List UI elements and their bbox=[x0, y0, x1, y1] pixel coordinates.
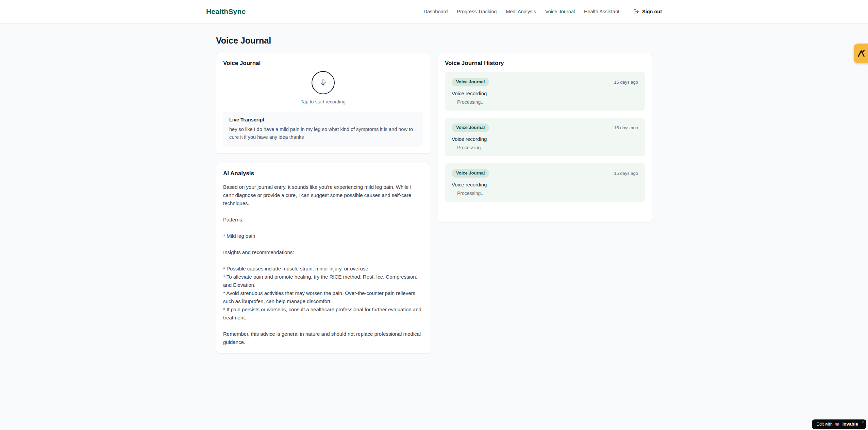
entry-status: Processing... bbox=[452, 99, 638, 105]
nav-item-health-assistant[interactable]: Health Assistant bbox=[584, 9, 619, 14]
entry-title: Voice recording bbox=[452, 136, 638, 142]
entry-title: Voice recording bbox=[452, 90, 638, 96]
entry-type-badge: Voice Journal bbox=[452, 78, 489, 86]
microphone-icon bbox=[319, 79, 327, 86]
close-icon[interactable]: × bbox=[862, 420, 864, 424]
side-launcher-button[interactable] bbox=[854, 44, 868, 63]
entry-title: Voice recording bbox=[452, 182, 638, 187]
nav-item-voice-journal[interactable]: Voice Journal bbox=[545, 9, 575, 14]
nav-item-meal-analysis[interactable]: Meal Analysis bbox=[506, 9, 536, 14]
lovable-brand-label: lovable bbox=[842, 421, 858, 427]
history-list: Voice Journal 15 days ago Voice recordin… bbox=[445, 72, 645, 202]
sign-out-button[interactable]: Sign out bbox=[633, 9, 662, 15]
nav-item-progress-tracking[interactable]: Progress Tracking bbox=[457, 9, 497, 14]
ai-analysis-title: AI Analysis bbox=[223, 170, 423, 177]
ai-analysis-card: AI Analysis Based on your journal entry,… bbox=[216, 163, 430, 353]
live-transcript-box: Live Transcript hey so like I do have a … bbox=[223, 112, 423, 147]
live-transcript-text: hey so like I do have a mild pain in my … bbox=[229, 126, 417, 141]
history-entry[interactable]: Voice Journal 15 days ago Voice recordin… bbox=[445, 72, 645, 111]
logout-icon bbox=[633, 9, 639, 15]
app-logo: HealthSync bbox=[206, 7, 246, 16]
page-content: Voice Journal Voice Journal bbox=[216, 23, 652, 353]
voice-recorder-card: Voice Journal Tap to start recording bbox=[216, 53, 430, 154]
entry-status: Processing... bbox=[452, 191, 638, 196]
main-nav: Dashboard Progress Tracking Meal Analysi… bbox=[424, 9, 662, 15]
entry-type-badge: Voice Journal bbox=[452, 123, 489, 132]
entry-status: Processing... bbox=[452, 145, 638, 150]
page-title: Voice Journal bbox=[216, 36, 652, 46]
lovable-mark-icon bbox=[857, 49, 868, 58]
edit-with-label: Edit with bbox=[817, 422, 833, 427]
history-card-title: Voice Journal History bbox=[445, 60, 645, 67]
nav-item-dashboard[interactable]: Dashboard bbox=[424, 9, 448, 14]
history-entry[interactable]: Voice Journal 15 days ago Voice recordin… bbox=[445, 163, 645, 202]
history-entry[interactable]: Voice Journal 15 days ago Voice recordin… bbox=[445, 118, 645, 156]
voice-journal-history-card: Voice Journal History Voice Journal 15 d… bbox=[438, 53, 652, 223]
recorder-card-title: Voice Journal bbox=[223, 60, 423, 67]
entry-timestamp: 15 days ago bbox=[614, 171, 638, 176]
entry-timestamp: 15 days ago bbox=[614, 125, 638, 130]
live-transcript-title: Live Transcript bbox=[229, 117, 417, 122]
entry-type-badge: Voice Journal bbox=[452, 169, 489, 178]
ai-analysis-text: Based on your journal entry, it sounds l… bbox=[223, 183, 423, 346]
tap-to-record-hint: Tap to start recording bbox=[301, 99, 346, 104]
entry-timestamp: 15 days ago bbox=[614, 80, 638, 85]
record-button[interactable] bbox=[312, 71, 335, 94]
edit-with-lovable-badge[interactable]: Edit with lovable × bbox=[812, 419, 866, 429]
sign-out-label: Sign out bbox=[642, 9, 662, 14]
top-navbar: HealthSync Dashboard Progress Tracking M… bbox=[0, 0, 868, 23]
gradient-heart-icon bbox=[835, 422, 840, 427]
